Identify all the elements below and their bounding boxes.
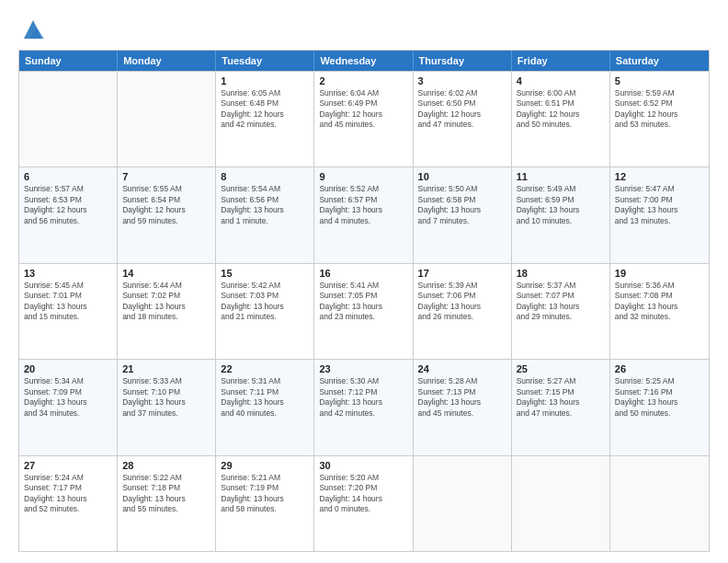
- cell-info: Sunrise: 5:39 AM Sunset: 7:06 PM Dayligh…: [418, 281, 506, 323]
- cell-day-number: 26: [615, 363, 704, 374]
- cell-info: Sunrise: 6:00 AM Sunset: 6:51 PM Dayligh…: [517, 88, 605, 131]
- cell-info: Sunrise: 5:37 AM Sunset: 7:07 PM Dayligh…: [517, 281, 605, 323]
- header: [18, 17, 710, 42]
- cell-day-number: 14: [122, 268, 210, 279]
- calendar-cell: 17Sunrise: 5:39 AM Sunset: 7:06 PM Dayli…: [414, 264, 512, 359]
- cell-day-number: 11: [517, 171, 605, 182]
- header-friday: Friday: [512, 51, 610, 71]
- calendar-cell: 28Sunrise: 5:22 AM Sunset: 7:18 PM Dayli…: [118, 456, 216, 551]
- calendar-row-3: 13Sunrise: 5:45 AM Sunset: 7:01 PM Dayli…: [19, 263, 709, 359]
- header-sunday: Sunday: [19, 51, 118, 71]
- calendar-cell: 18Sunrise: 5:37 AM Sunset: 7:07 PM Dayli…: [512, 264, 610, 359]
- calendar-cell: 3Sunrise: 6:02 AM Sunset: 6:50 PM Daylig…: [414, 72, 512, 167]
- cell-info: Sunrise: 5:52 AM Sunset: 6:57 PM Dayligh…: [319, 184, 407, 226]
- calendar-cell: 8Sunrise: 5:54 AM Sunset: 6:56 PM Daylig…: [216, 167, 314, 262]
- calendar-cell: 27Sunrise: 5:24 AM Sunset: 7:17 PM Dayli…: [19, 456, 118, 551]
- cell-day-number: 28: [122, 460, 210, 471]
- logo: [18, 17, 46, 42]
- calendar-cell: 25Sunrise: 5:27 AM Sunset: 7:15 PM Dayli…: [512, 360, 610, 454]
- calendar-cell: 23Sunrise: 5:30 AM Sunset: 7:12 PM Dayli…: [314, 360, 413, 454]
- cell-day-number: 19: [615, 268, 704, 279]
- cell-day-number: 5: [615, 75, 704, 86]
- cell-info: Sunrise: 5:50 AM Sunset: 6:58 PM Dayligh…: [418, 184, 506, 226]
- cell-day-number: 12: [615, 171, 704, 182]
- calendar-cell: 10Sunrise: 5:50 AM Sunset: 6:58 PM Dayli…: [414, 167, 512, 262]
- calendar-cell: 1Sunrise: 6:05 AM Sunset: 6:48 PM Daylig…: [216, 72, 314, 167]
- calendar: Sunday Monday Tuesday Wednesday Thursday…: [18, 50, 710, 552]
- cell-info: Sunrise: 5:44 AM Sunset: 7:02 PM Dayligh…: [122, 281, 210, 323]
- header-monday: Monday: [118, 51, 216, 71]
- calendar-row-1: 1Sunrise: 6:05 AM Sunset: 6:48 PM Daylig…: [19, 71, 709, 167]
- cell-day-number: 16: [319, 268, 407, 279]
- cell-info: Sunrise: 5:42 AM Sunset: 7:03 PM Dayligh…: [221, 281, 309, 323]
- cell-day-number: 27: [24, 460, 112, 471]
- cell-day-number: 8: [221, 171, 309, 182]
- calendar-cell: [414, 456, 512, 551]
- cell-info: Sunrise: 5:33 AM Sunset: 7:10 PM Dayligh…: [122, 376, 210, 419]
- cell-info: Sunrise: 5:24 AM Sunset: 7:17 PM Dayligh…: [24, 473, 112, 515]
- cell-info: Sunrise: 6:02 AM Sunset: 6:50 PM Dayligh…: [418, 88, 506, 131]
- page: Sunday Monday Tuesday Wednesday Thursday…: [0, 0, 728, 563]
- cell-info: Sunrise: 5:34 AM Sunset: 7:09 PM Dayligh…: [24, 376, 112, 419]
- calendar-header-row: Sunday Monday Tuesday Wednesday Thursday…: [19, 51, 709, 71]
- calendar-cell: 9Sunrise: 5:52 AM Sunset: 6:57 PM Daylig…: [314, 167, 413, 262]
- calendar-body: 1Sunrise: 6:05 AM Sunset: 6:48 PM Daylig…: [19, 71, 709, 551]
- cell-info: Sunrise: 5:28 AM Sunset: 7:13 PM Dayligh…: [418, 376, 506, 419]
- cell-day-number: 7: [122, 171, 210, 182]
- cell-info: Sunrise: 5:47 AM Sunset: 7:00 PM Dayligh…: [615, 184, 704, 226]
- cell-day-number: 25: [517, 363, 605, 374]
- cell-day-number: 9: [319, 171, 407, 182]
- cell-info: Sunrise: 5:25 AM Sunset: 7:16 PM Dayligh…: [615, 376, 704, 419]
- cell-day-number: 4: [517, 75, 605, 86]
- cell-info: Sunrise: 6:04 AM Sunset: 6:49 PM Dayligh…: [319, 88, 407, 131]
- cell-info: Sunrise: 5:57 AM Sunset: 6:53 PM Dayligh…: [24, 184, 112, 226]
- cell-day-number: 10: [418, 171, 506, 182]
- header-thursday: Thursday: [414, 51, 512, 71]
- calendar-cell: 29Sunrise: 5:21 AM Sunset: 7:19 PM Dayli…: [216, 456, 314, 551]
- calendar-cell: 21Sunrise: 5:33 AM Sunset: 7:10 PM Dayli…: [118, 360, 216, 454]
- calendar-cell: 16Sunrise: 5:41 AM Sunset: 7:05 PM Dayli…: [314, 264, 413, 359]
- cell-info: Sunrise: 5:21 AM Sunset: 7:19 PM Dayligh…: [221, 473, 309, 515]
- calendar-cell: 6Sunrise: 5:57 AM Sunset: 6:53 PM Daylig…: [19, 167, 118, 262]
- calendar-cell: 11Sunrise: 5:49 AM Sunset: 6:59 PM Dayli…: [512, 167, 610, 262]
- calendar-cell: 20Sunrise: 5:34 AM Sunset: 7:09 PM Dayli…: [19, 360, 118, 454]
- calendar-cell: 13Sunrise: 5:45 AM Sunset: 7:01 PM Dayli…: [19, 264, 118, 359]
- cell-day-number: 24: [418, 363, 506, 374]
- cell-info: Sunrise: 5:45 AM Sunset: 7:01 PM Dayligh…: [24, 281, 112, 323]
- calendar-row-2: 6Sunrise: 5:57 AM Sunset: 6:53 PM Daylig…: [19, 167, 709, 262]
- cell-info: Sunrise: 5:54 AM Sunset: 6:56 PM Dayligh…: [221, 184, 309, 226]
- cell-info: Sunrise: 5:30 AM Sunset: 7:12 PM Dayligh…: [319, 376, 407, 419]
- cell-info: Sunrise: 6:05 AM Sunset: 6:48 PM Dayligh…: [221, 88, 309, 131]
- cell-day-number: 3: [418, 75, 506, 86]
- cell-day-number: 30: [319, 460, 407, 471]
- cell-info: Sunrise: 5:59 AM Sunset: 6:52 PM Dayligh…: [615, 88, 704, 131]
- cell-day-number: 22: [221, 363, 309, 374]
- header-tuesday: Tuesday: [216, 51, 314, 71]
- cell-info: Sunrise: 5:41 AM Sunset: 7:05 PM Dayligh…: [319, 281, 407, 323]
- cell-day-number: 21: [122, 363, 210, 374]
- cell-day-number: 29: [221, 460, 309, 471]
- calendar-cell: 12Sunrise: 5:47 AM Sunset: 7:00 PM Dayli…: [610, 167, 709, 262]
- cell-info: Sunrise: 5:27 AM Sunset: 7:15 PM Dayligh…: [517, 376, 605, 419]
- calendar-cell: [19, 72, 118, 167]
- calendar-cell: 14Sunrise: 5:44 AM Sunset: 7:02 PM Dayli…: [118, 264, 216, 359]
- calendar-cell: 5Sunrise: 5:59 AM Sunset: 6:52 PM Daylig…: [610, 72, 709, 167]
- calendar-cell: 19Sunrise: 5:36 AM Sunset: 7:08 PM Dayli…: [610, 264, 709, 359]
- calendar-cell: 4Sunrise: 6:00 AM Sunset: 6:51 PM Daylig…: [512, 72, 610, 167]
- calendar-cell: 7Sunrise: 5:55 AM Sunset: 6:54 PM Daylig…: [118, 167, 216, 262]
- cell-info: Sunrise: 5:36 AM Sunset: 7:08 PM Dayligh…: [615, 281, 704, 323]
- header-saturday: Saturday: [610, 51, 709, 71]
- calendar-cell: 30Sunrise: 5:20 AM Sunset: 7:20 PM Dayli…: [314, 456, 413, 551]
- cell-info: Sunrise: 5:20 AM Sunset: 7:20 PM Dayligh…: [319, 473, 407, 515]
- cell-day-number: 18: [517, 268, 605, 279]
- calendar-row-4: 20Sunrise: 5:34 AM Sunset: 7:09 PM Dayli…: [19, 359, 709, 454]
- calendar-cell: [610, 456, 709, 551]
- cell-info: Sunrise: 5:22 AM Sunset: 7:18 PM Dayligh…: [122, 473, 210, 515]
- calendar-cell: 26Sunrise: 5:25 AM Sunset: 7:16 PM Dayli…: [610, 360, 709, 454]
- cell-day-number: 1: [221, 75, 309, 86]
- cell-info: Sunrise: 5:49 AM Sunset: 6:59 PM Dayligh…: [517, 184, 605, 226]
- calendar-cell: 2Sunrise: 6:04 AM Sunset: 6:49 PM Daylig…: [314, 72, 413, 167]
- calendar-cell: 22Sunrise: 5:31 AM Sunset: 7:11 PM Dayli…: [216, 360, 314, 454]
- calendar-row-5: 27Sunrise: 5:24 AM Sunset: 7:17 PM Dayli…: [19, 455, 709, 551]
- calendar-cell: 24Sunrise: 5:28 AM Sunset: 7:13 PM Dayli…: [414, 360, 512, 454]
